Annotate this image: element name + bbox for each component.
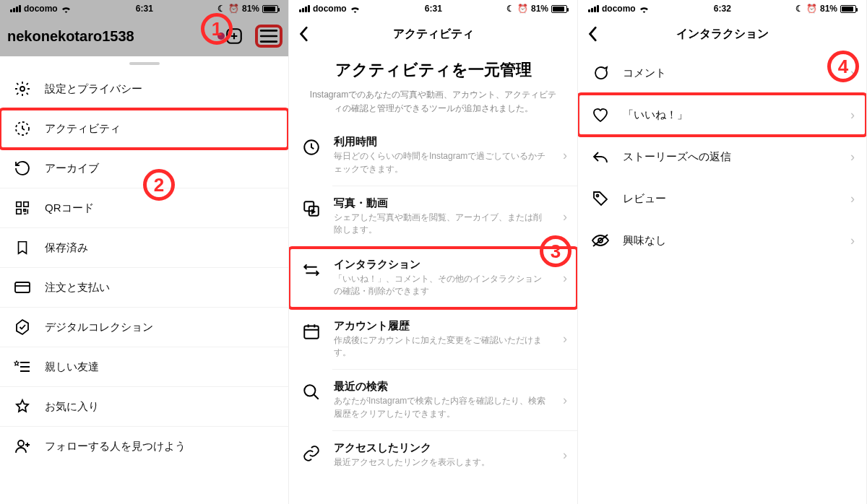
hamburger-menu-icon[interactable] bbox=[259, 29, 278, 43]
activity-clock-icon bbox=[13, 119, 32, 138]
row-label: レビュー bbox=[623, 192, 666, 206]
carrier-label: docomo bbox=[24, 4, 58, 14]
moon-icon: ☾ bbox=[795, 4, 803, 14]
hexagon-check-icon bbox=[13, 318, 32, 336]
tag-icon bbox=[591, 189, 610, 208]
page-title: アクティビティ bbox=[393, 27, 474, 42]
status-bar: docomo 6:31 ☾ ⏰ 81% bbox=[289, 0, 577, 16]
row-not-interested[interactable]: 興味なし › bbox=[578, 220, 866, 261]
battery-icon bbox=[551, 5, 567, 13]
row-recent-searches[interactable]: 最近の検索あなたがInstagramで検索した内容を確認したり、検索履歴をクリア… bbox=[289, 370, 577, 430]
moon-icon: ☾ bbox=[506, 4, 514, 14]
battery-label: 81% bbox=[242, 4, 259, 14]
svg-rect-4 bbox=[24, 202, 28, 207]
menu-orders[interactable]: 注文と支払い bbox=[0, 268, 288, 308]
nav-bar: アクティビティ bbox=[289, 16, 577, 52]
menu-label: 親しい友達 bbox=[45, 360, 99, 374]
row-title: 写真・動画 bbox=[334, 196, 548, 210]
create-post-icon[interactable] bbox=[225, 27, 243, 45]
wifi-icon bbox=[639, 5, 650, 13]
row-comments[interactable]: コメント › bbox=[578, 52, 866, 94]
profile-header: nekonekotaro1538 bbox=[0, 16, 288, 56]
arrows-swap-icon bbox=[301, 259, 322, 281]
row-label: 「いいね！」 bbox=[623, 108, 688, 122]
row-account-history[interactable]: アカウント履歴作成後にアカウントに加えた変更をご確認いただけます。 › bbox=[289, 309, 577, 370]
link-icon bbox=[301, 443, 322, 464]
alarm-icon: ⏰ bbox=[517, 4, 528, 14]
wifi-icon bbox=[61, 5, 72, 13]
signal-icon bbox=[588, 5, 599, 12]
svg-rect-6 bbox=[15, 282, 30, 292]
row-label: コメント bbox=[623, 66, 666, 80]
moon-icon: ☾ bbox=[217, 4, 225, 14]
heart-icon bbox=[591, 105, 610, 124]
menu-label: アクティビティ bbox=[45, 122, 121, 136]
chevron-right-icon: › bbox=[850, 149, 855, 165]
menu-archive[interactable]: アーカイブ bbox=[0, 149, 288, 188]
nav-bar: インタラクション bbox=[578, 16, 866, 52]
menu-discover-people[interactable]: フォローする人を見つけよう bbox=[0, 427, 288, 466]
search-icon bbox=[301, 381, 322, 403]
hero-title: アクティビティを一元管理 bbox=[308, 59, 558, 81]
alarm-icon: ⏰ bbox=[228, 4, 239, 14]
row-label: 興味なし bbox=[623, 234, 666, 248]
chevron-right-icon: › bbox=[850, 191, 855, 207]
row-photos-videos[interactable]: 写真・動画シェアした写真や動画を閲覧、アーカイブ、または削除します。 › bbox=[289, 186, 577, 247]
row-visited-links[interactable]: アクセスしたリンク最近アクセスしたリンクを表示します。 › bbox=[289, 431, 577, 479]
menu-activity[interactable]: アクティビティ bbox=[0, 109, 288, 149]
back-button[interactable] bbox=[295, 16, 314, 52]
svg-rect-11 bbox=[304, 326, 319, 338]
row-story-replies[interactable]: ストーリーズへの返信 › bbox=[578, 136, 866, 178]
qr-icon bbox=[13, 199, 32, 217]
menu-label: フォローする人を見つけよう bbox=[45, 440, 186, 453]
svg-point-1 bbox=[20, 87, 25, 91]
row-reviews[interactable]: レビュー › bbox=[578, 178, 866, 220]
battery-icon bbox=[840, 5, 856, 13]
menu-sheet: 設定とプライバシー アクティビティ 2 アーカイブ QRコード 保存済み 注文と… bbox=[0, 56, 288, 504]
card-icon bbox=[13, 278, 32, 297]
menu-favorites[interactable]: お気に入り bbox=[0, 387, 288, 427]
menu-label: アーカイブ bbox=[45, 162, 99, 175]
gear-icon bbox=[13, 79, 32, 98]
signal-icon bbox=[10, 5, 21, 12]
menu-saved[interactable]: 保存済み bbox=[0, 228, 288, 268]
pane-interactions: docomo 6:32 ☾ ⏰ 81% インタラクション 4 コメント › 「い… bbox=[578, 0, 867, 504]
battery-icon bbox=[262, 5, 278, 13]
menu-label: デジタルコレクション bbox=[45, 321, 153, 334]
menu-label: QRコード bbox=[45, 201, 94, 215]
row-interactions[interactable]: インタラクション「いいね！」、コメント、その他のインタラクションの確認・削除がで… bbox=[289, 248, 577, 308]
chevron-right-icon: › bbox=[563, 270, 567, 285]
svg-rect-5 bbox=[17, 209, 21, 214]
menu-settings-privacy[interactable]: 設定とプライバシー bbox=[0, 69, 288, 109]
row-time-spent[interactable]: 利用時間毎日どのくらいの時間をInstagramで過ごしているかチェックできます… bbox=[289, 125, 577, 186]
chevron-right-icon: › bbox=[563, 148, 567, 163]
row-sub: 「いいね！」、コメント、その他のインタラクションの確認・削除ができます bbox=[334, 273, 548, 298]
menu-label: 設定とプライバシー bbox=[45, 82, 142, 96]
page-title: インタラクション bbox=[676, 27, 769, 42]
back-button[interactable] bbox=[584, 16, 603, 52]
calendar-icon bbox=[301, 321, 322, 342]
menu-qr[interactable]: QRコード bbox=[0, 188, 288, 228]
signal-icon bbox=[299, 5, 310, 12]
username-label[interactable]: nekonekotaro1538 bbox=[7, 28, 213, 45]
menu-digital-collectibles[interactable]: デジタルコレクション bbox=[0, 308, 288, 347]
chevron-right-icon: › bbox=[563, 331, 567, 347]
carrier-label: docomo bbox=[313, 4, 347, 14]
pane-profile-menu: docomo 6:31 ☾ ⏰ 81% nekonekotaro1538 1 設… bbox=[0, 0, 289, 504]
clock-icon bbox=[301, 136, 322, 158]
row-likes[interactable]: 「いいね！」 › bbox=[578, 94, 866, 136]
status-bar: docomo 6:32 ☾ ⏰ 81% bbox=[578, 0, 866, 16]
svg-rect-3 bbox=[17, 202, 21, 207]
clock-label: 6:31 bbox=[136, 4, 153, 14]
sheet-handle[interactable] bbox=[129, 62, 160, 65]
menu-close-friends[interactable]: 親しい友達 bbox=[0, 347, 288, 387]
chevron-right-icon: › bbox=[850, 66, 855, 81]
row-sub: あなたがInstagramで検索した内容を確認したり、検索履歴をクリアしたりでき… bbox=[334, 395, 548, 420]
row-sub: 最近アクセスしたリンクを表示します。 bbox=[334, 456, 548, 469]
row-title: 最近の検索 bbox=[334, 380, 548, 394]
chevron-right-icon: › bbox=[850, 233, 855, 248]
archive-icon bbox=[13, 159, 32, 178]
wifi-icon bbox=[350, 5, 361, 13]
row-sub: 作成後にアカウントに加えた変更をご確認いただけます。 bbox=[334, 334, 548, 360]
clock-label: 6:32 bbox=[714, 4, 731, 14]
